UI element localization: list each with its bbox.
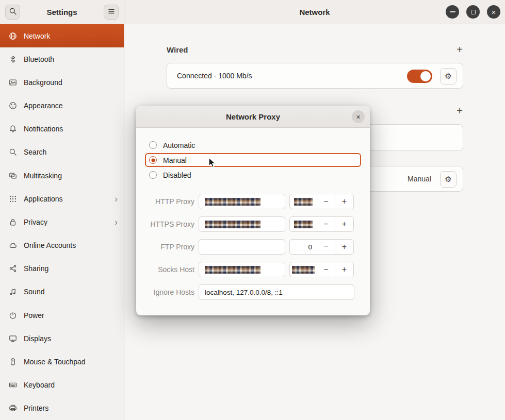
increment-button[interactable]: + xyxy=(335,194,353,209)
add-wired-connection-button[interactable]: + xyxy=(452,42,467,57)
wired-settings-button[interactable]: ⚙ xyxy=(440,68,457,85)
sidebar-item-label: Network xyxy=(24,32,50,40)
radio-unchecked-icon[interactable] xyxy=(149,141,157,149)
wired-status-text: Connected - 1000 Mb/s xyxy=(177,72,252,80)
toggle-knob xyxy=(420,71,431,81)
share-icon xyxy=(9,264,17,273)
dialog-close-button[interactable]: × xyxy=(352,110,365,123)
keyboard-icon xyxy=(9,381,17,389)
settings-window: Settings Network × Network Bluetooth xyxy=(0,0,505,420)
decrement-button[interactable]: − xyxy=(317,262,335,277)
add-vpn-button[interactable]: + xyxy=(452,103,467,119)
wired-connection-card: Connected - 1000 Mb/s ⚙ xyxy=(167,63,463,89)
socks-host-input[interactable] xyxy=(199,262,285,277)
ftp-proxy-label: FTP Proxy xyxy=(136,243,194,251)
maximize-button[interactable] xyxy=(466,5,480,19)
decrement-button[interactable]: − xyxy=(317,217,335,231)
sidebar-item-search[interactable]: Search xyxy=(0,141,124,164)
sidebar-item-privacy[interactable]: Privacy › xyxy=(0,210,124,233)
decrement-button[interactable]: − xyxy=(317,194,335,209)
search-button[interactable] xyxy=(5,5,20,20)
http-port-spinner: − + xyxy=(289,194,354,209)
minimize-button[interactable] xyxy=(446,5,459,19)
magnifier-icon xyxy=(9,148,17,156)
maximize-icon xyxy=(471,10,476,14)
search-icon xyxy=(9,7,17,18)
ftp-port-value[interactable]: 0 xyxy=(290,240,317,254)
increment-button[interactable]: + xyxy=(335,217,353,231)
increment-button[interactable]: + xyxy=(335,262,353,277)
monitor-icon xyxy=(9,334,17,343)
socks-port-value[interactable] xyxy=(290,262,317,277)
background-icon xyxy=(9,78,17,87)
sidebar-item-label: Mouse & Touchpad xyxy=(24,358,86,366)
sidebar-item-power[interactable]: Power xyxy=(0,304,124,327)
sidebar-item-bluetooth[interactable]: Bluetooth xyxy=(0,47,124,71)
proxy-settings-button[interactable]: ⚙ xyxy=(440,171,457,188)
dialog-header: Network Proxy × xyxy=(136,106,370,128)
window-controls: × xyxy=(446,5,500,19)
music-note-icon xyxy=(9,288,17,296)
sidebar-item-appearance[interactable]: Appearance xyxy=(0,94,124,117)
proxy-option-automatic[interactable]: Automatic xyxy=(145,138,361,152)
wired-section-header: Wired + xyxy=(167,42,463,57)
socks-port-spinner: − + xyxy=(289,262,354,277)
wired-section-title: Wired xyxy=(167,45,188,54)
option-label: Automatic xyxy=(163,141,195,149)
ftp-proxy-input[interactable] xyxy=(199,239,285,255)
grid-icon xyxy=(9,195,17,203)
redacted-value xyxy=(294,221,313,228)
sidebar-item-background[interactable]: Background xyxy=(0,71,124,94)
sidebar-item-applications[interactable]: Applications › xyxy=(0,187,124,210)
sidebar-item-printers[interactable]: Printers xyxy=(0,397,124,420)
close-icon: × xyxy=(356,113,360,121)
sidebar-item-label: Privacy xyxy=(24,218,47,226)
ftp-port-spinner: 0 − + xyxy=(289,239,354,255)
proxy-option-manual[interactable]: Manual xyxy=(145,153,361,167)
proxy-option-disabled[interactable]: Disabled xyxy=(145,168,361,182)
ftp-proxy-row: FTP Proxy 0 − + xyxy=(136,239,370,255)
sidebar-item-mouse-touchpad[interactable]: Mouse & Touchpad xyxy=(0,350,124,373)
network-proxy-dialog: Network Proxy × Automatic Manual Disable… xyxy=(136,106,370,315)
sidebar-item-notifications[interactable]: Notifications xyxy=(0,117,124,141)
sidebar-item-label: Keyboard xyxy=(24,381,55,389)
minimize-icon xyxy=(450,11,455,12)
titlebar: Settings Network × xyxy=(0,0,505,24)
decrement-button[interactable]: − xyxy=(317,240,335,254)
gear-icon: ⚙ xyxy=(445,72,451,81)
radio-checked-icon[interactable] xyxy=(149,156,157,164)
sidebar-item-sound[interactable]: Sound xyxy=(0,280,124,304)
sidebar-item-network[interactable]: Network xyxy=(0,24,124,47)
http-port-value[interactable] xyxy=(290,194,317,209)
http-proxy-row: HTTP Proxy − + xyxy=(136,194,370,209)
https-port-value[interactable] xyxy=(290,217,317,231)
sidebar-item-label: Displays xyxy=(24,334,51,343)
menu-button[interactable] xyxy=(104,5,119,20)
close-button[interactable]: × xyxy=(487,5,500,19)
sidebar: Network Bluetooth Background Appearance … xyxy=(0,24,124,420)
main-header: Network × xyxy=(124,0,505,24)
increment-button[interactable]: + xyxy=(335,240,353,254)
redacted-value xyxy=(205,266,260,274)
sidebar-item-label: Bluetooth xyxy=(24,55,54,63)
https-proxy-label: HTTPS Proxy xyxy=(136,220,194,228)
wired-toggle[interactable] xyxy=(407,70,432,83)
http-proxy-input[interactable] xyxy=(199,194,285,209)
http-proxy-label: HTTP Proxy xyxy=(136,197,194,206)
mouse-icon xyxy=(9,358,17,366)
ignore-hosts-input[interactable]: localhost, 127.0.0.0/8, ::1 xyxy=(199,284,354,300)
sidebar-item-label: Sound xyxy=(24,288,44,296)
radio-unchecked-icon[interactable] xyxy=(149,171,157,179)
sidebar-item-sharing[interactable]: Sharing xyxy=(0,257,124,280)
sidebar-item-displays[interactable]: Displays xyxy=(0,327,124,350)
sidebar-item-online-accounts[interactable]: Online Accounts xyxy=(0,234,124,257)
ignore-hosts-label: Ignore Hosts xyxy=(136,288,194,296)
sidebar-item-keyboard[interactable]: Keyboard xyxy=(0,374,124,397)
sidebar-item-multitasking[interactable]: Multitasking xyxy=(0,164,124,187)
https-port-spinner: − + xyxy=(289,216,354,232)
appearance-icon xyxy=(9,102,17,110)
redacted-value xyxy=(205,221,260,228)
sidebar-item-label: Power xyxy=(24,311,44,320)
https-proxy-input[interactable] xyxy=(199,216,285,232)
dialog-title: Network Proxy xyxy=(226,112,280,121)
